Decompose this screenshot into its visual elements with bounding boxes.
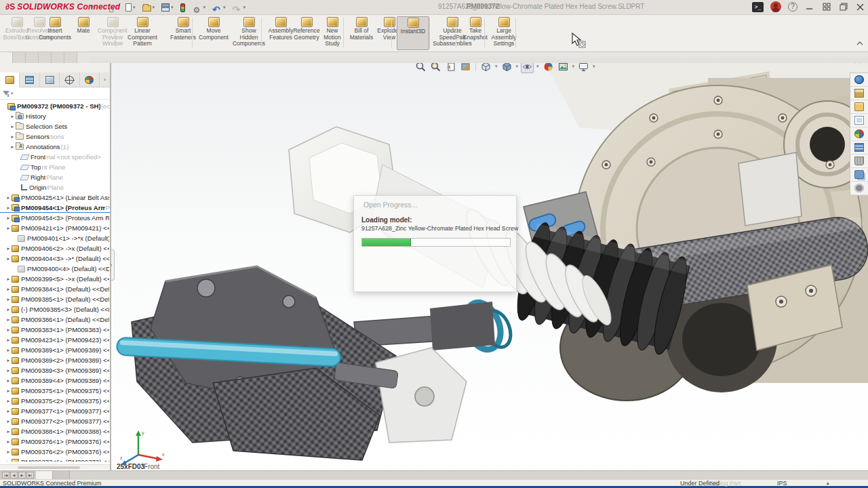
tree-item[interactable]: ▸ PM009404<3> ->* (Default) <<De — [0, 253, 110, 264]
ribbon-button[interactable]: Smart Fasteners — [167, 16, 199, 50]
command-tab[interactable] — [52, 52, 64, 63]
task-pane-tab[interactable] — [850, 73, 868, 87]
quick-access-button[interactable]: ▾ — [141, 1, 157, 14]
tree-item[interactable]: PM009400<4> (Default) <<Defau — [0, 264, 110, 274]
expand-arrow-icon[interactable]: ▸ — [5, 225, 12, 231]
display-manager-tab[interactable] — [80, 73, 100, 87]
tree-item[interactable]: ▸ PM009385<1> (Default) <<Defau — [0, 294, 110, 304]
tree-item[interactable]: ▸ Annotations (1) — [0, 142, 110, 152]
quick-access-button[interactable]: ▾ — [211, 1, 227, 14]
restore-button[interactable] — [838, 2, 848, 12]
command-tab[interactable] — [13, 52, 26, 63]
expand-arrow-icon[interactable]: ▸ — [5, 459, 12, 462]
tree-item[interactable]: ▸ PM009376<1> (PM009376) <<Def — [0, 436, 110, 447]
task-pane-tab[interactable] — [850, 141, 868, 155]
task-pane-tab[interactable] — [850, 127, 868, 141]
tree-item[interactable]: ▸ PM009383<1> (PM009383) <<Def — [0, 325, 110, 335]
tree-root-item[interactable]: PM009372 (PM009372 - SH)<25xFD03 (ec — [0, 101, 110, 111]
command-tab[interactable] — [26, 52, 39, 63]
quick-access-button[interactable]: ▾ — [192, 1, 208, 14]
expand-arrow-icon[interactable]: ▸ — [5, 388, 12, 394]
view-orientation-icon[interactable] — [479, 63, 492, 73]
task-pane-tab[interactable] — [850, 87, 868, 100]
next-tab-icon[interactable]: ▶ — [18, 472, 26, 479]
tree-item[interactable]: ▸ PM009377<2> (PM009377) <<Def — [0, 416, 110, 426]
tree-item[interactable]: Origin Plane — [0, 182, 110, 192]
expand-arrow-icon[interactable]: ▸ — [5, 256, 12, 262]
tree-item[interactable]: ▸ Sensors tions — [0, 131, 110, 142]
expand-arrow-icon[interactable]: ▸ — [5, 418, 12, 424]
first-tab-icon[interactable]: |◀ — [2, 472, 9, 479]
zoom-to-area-icon[interactable] — [429, 63, 442, 73]
expand-arrow-icon[interactable]: ▸ — [5, 205, 12, 211]
display-style-icon[interactable] — [500, 63, 513, 73]
tree-item[interactable]: ▸ PM009421<1> (PM009421) <<Def — [0, 223, 110, 233]
tree-item[interactable]: ▸ PM009384<1> (Default) <<Defau — [0, 284, 110, 294]
expand-arrow-icon[interactable]: ▸ — [5, 245, 12, 251]
tree-item[interactable]: Right Plane — [0, 172, 110, 182]
expand-arrow-icon[interactable]: ▸ — [9, 113, 16, 119]
tree-item[interactable]: ▸ PM009386<1> (Default) <<Defau — [0, 314, 110, 325]
expand-arrow-icon[interactable]: ▸ — [5, 327, 12, 333]
expand-arrow-icon[interactable]: ▸ — [5, 286, 12, 292]
expand-arrow-icon[interactable]: ▸ — [5, 195, 12, 201]
expand-arrow-icon[interactable]: ▸ — [5, 317, 12, 323]
expand-arrow-icon[interactable]: ▸ — [5, 296, 12, 302]
ribbon-button[interactable]: Insert Components — [35, 16, 75, 50]
expand-arrow-icon[interactable]: ▸ — [9, 144, 16, 150]
scrollbar-thumb[interactable] — [18, 466, 80, 469]
hide-show-items-icon[interactable] — [521, 63, 534, 73]
expand-arrow-icon[interactable]: ▸ — [5, 337, 12, 343]
quick-access-button[interactable] — [179, 1, 188, 14]
task-pane-tab[interactable] — [850, 182, 868, 195]
close-button[interactable] — [855, 2, 865, 12]
unit-system-caret-icon[interactable]: ▴ — [827, 481, 829, 486]
graphics-viewport[interactable]: ▾ ▾ ▾ ▾ ▾ ◂ Open Progress... Loading mod… — [111, 63, 868, 470]
menu-expand-icon[interactable]: ▸ — [91, 3, 94, 9]
task-pane-tab[interactable] — [850, 155, 868, 168]
task-pane-tab[interactable] — [850, 114, 868, 127]
tree-item[interactable]: ▸ PM009373<1> (PM009373) <<Def — [0, 457, 110, 462]
tree-item[interactable]: PM009401<1> ->*x (Default) <<D — [0, 233, 110, 243]
expand-arrow-icon[interactable]: ▸ — [5, 215, 12, 221]
tree-item[interactable]: ▸ PM009389<4> (PM009389) <<Def — [0, 375, 110, 386]
dimxpert-manager-tab[interactable] — [60, 73, 79, 87]
last-tab-icon[interactable]: ▶| — [26, 472, 34, 479]
tree-item[interactable]: Top nt Plane — [0, 162, 110, 172]
command-tab[interactable] — [64, 52, 77, 63]
view-settings-icon[interactable] — [577, 63, 590, 73]
previous-view-icon[interactable] — [444, 63, 457, 73]
expand-arrow-icon[interactable]: ▸ — [5, 439, 12, 445]
expand-arrow-icon[interactable]: ▸ — [9, 123, 16, 129]
expand-arrow-icon[interactable]: ▸ — [5, 357, 12, 363]
quick-access-button[interactable]: ▾ — [160, 1, 175, 14]
apply-scene-icon[interactable] — [557, 63, 570, 73]
expand-arrow-icon[interactable]: ▸ — [5, 398, 12, 404]
command-tab[interactable] — [39, 52, 52, 63]
tree-filter[interactable]: ▾ — [0, 87, 110, 100]
command-tab[interactable] — [0, 52, 13, 63]
section-view-icon[interactable] — [459, 63, 472, 73]
feature-manager-tab[interactable] — [0, 73, 20, 87]
tree-item[interactable]: ▸ PM009406<2> ->x (Default) <<De — [0, 243, 110, 253]
prev-tab-icon[interactable]: ◀ — [10, 472, 18, 479]
edit-appearance-icon[interactable] — [542, 63, 555, 73]
command-tab[interactable] — [77, 52, 90, 63]
task-pane-tab[interactable] — [850, 168, 868, 182]
tree-item[interactable]: ▸ PM009399<5> ->x (Default) <<De — [0, 274, 110, 284]
manager-tabs-overflow-icon[interactable]: › — [100, 73, 110, 87]
minimize-button[interactable] — [804, 2, 814, 12]
ribbon-button[interactable]: Instant3D — [397, 16, 429, 50]
expand-arrow-icon[interactable]: ▸ — [5, 347, 12, 353]
ribbon-button[interactable]: Mate — [72, 16, 95, 50]
tree-item[interactable]: ▸ PM009423<1> (PM009423) <<Def — [0, 335, 110, 345]
expand-arrow-icon[interactable]: ▸ — [5, 276, 12, 282]
configuration-manager-tab[interactable] — [40, 73, 60, 87]
tree-item[interactable]: ▸ Selection Sets — [0, 121, 110, 131]
tree-item[interactable]: ▸ PM009375<1> (PM009375) <<Def — [0, 386, 110, 396]
zoom-to-fit-icon[interactable] — [414, 63, 427, 73]
expand-arrow-icon[interactable]: ▸ — [9, 134, 16, 140]
tree-item[interactable]: ▸ PM009388<1> (PM009388) <<Def — [0, 426, 110, 436]
ribbon-button[interactable]: Take Snapshot — [461, 16, 490, 50]
tree-horizontal-scrollbar[interactable] — [0, 464, 110, 470]
